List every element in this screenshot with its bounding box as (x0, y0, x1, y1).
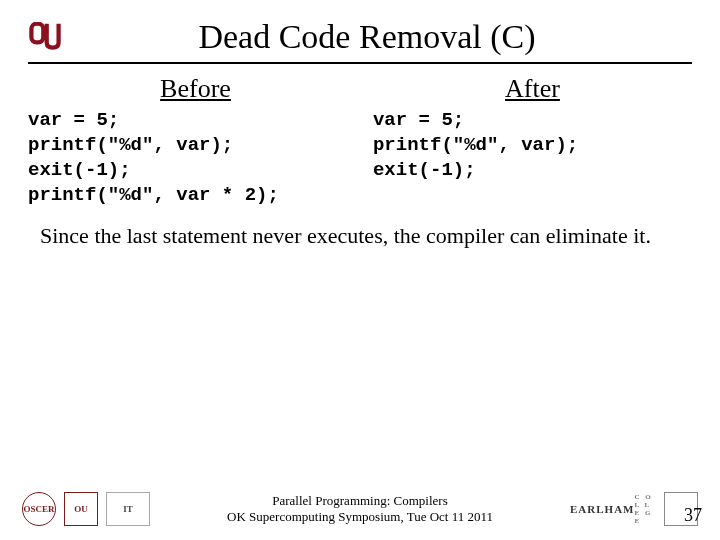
before-heading: Before (28, 74, 363, 104)
slide-title: Dead Code Removal (C) (76, 18, 692, 56)
explanation-text: Since the last statement never executes,… (40, 222, 680, 250)
footer-left-logos: OSCER OU IT (22, 492, 150, 526)
code-columns: Before var = 5; printf("%d", var); exit(… (28, 74, 692, 208)
before-code-block: var = 5; printf("%d", var); exit(-1); pr… (28, 108, 363, 208)
footer-caption: Parallel Programming: Compilers OK Super… (227, 493, 493, 524)
after-column: After var = 5; printf("%d", var); exit(-… (373, 74, 692, 208)
oscer-seal-icon: OSCER (22, 492, 56, 526)
footer-right-logos: EARLHAM C O L L E G E (570, 492, 698, 526)
earlham-logo-icon: EARLHAM C O L L E G E (570, 492, 656, 526)
after-heading: After (373, 74, 692, 104)
footer-line1: Parallel Programming: Compilers (227, 493, 493, 509)
slide-header: Dead Code Removal (C) (28, 18, 692, 64)
svg-rect-0 (31, 24, 43, 43)
earlham-subtext: C O L L E G E (634, 493, 656, 525)
ou-logo-icon (28, 22, 62, 56)
it-logo-icon: IT (106, 492, 150, 526)
slide: Dead Code Removal (C) Before var = 5; pr… (0, 0, 720, 540)
slide-footer: OSCER OU IT Parallel Programming: Compil… (0, 492, 720, 526)
ou-small-logo-icon: OU (64, 492, 98, 526)
before-column: Before var = 5; printf("%d", var); exit(… (28, 74, 363, 208)
after-code-block: var = 5; printf("%d", var); exit(-1); (373, 108, 692, 183)
earlham-text: EARLHAM (570, 503, 634, 515)
page-number: 37 (684, 505, 702, 526)
footer-line2: OK Supercomputing Symposium, Tue Oct 11 … (227, 509, 493, 525)
